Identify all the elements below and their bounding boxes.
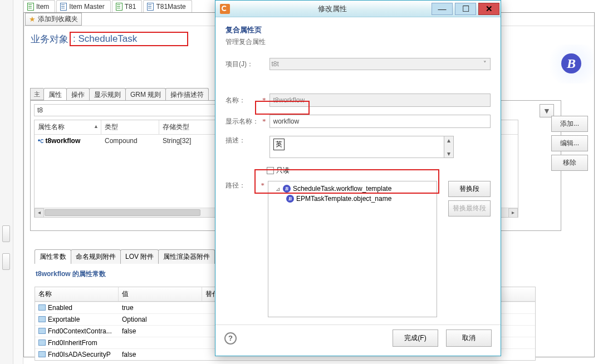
required-mark: * bbox=[262, 96, 266, 105]
fav-label: 添加到收藏夹 bbox=[38, 14, 78, 24]
path-tree[interactable]: ⊿ B ScheduleTask.workflow_template B EPM… bbox=[268, 181, 437, 317]
tab-item-master[interactable]: Item Master bbox=[56, 0, 110, 12]
col-name[interactable]: 名称 bbox=[35, 287, 119, 301]
name-row: 名称： * bbox=[226, 94, 491, 107]
display-name-label: 显示名称： bbox=[226, 117, 262, 126]
scroll-up-icon[interactable]: ▴ bbox=[447, 136, 450, 144]
tab-label: Item bbox=[36, 3, 49, 11]
minimize-button[interactable]: — bbox=[432, 3, 453, 15]
readonly-row: 只读 bbox=[267, 166, 491, 175]
scroll-down-icon[interactable]: ▾ bbox=[447, 150, 450, 158]
const-icon bbox=[38, 304, 46, 311]
main-tab-lead[interactable]: 主 bbox=[30, 88, 43, 100]
const-icon bbox=[38, 340, 46, 346]
cell-name: •c t8workflow bbox=[35, 135, 101, 147]
col-type[interactable]: 类型 bbox=[101, 120, 159, 134]
tab-t81[interactable]: T81 bbox=[112, 0, 143, 12]
left-gutter bbox=[0, 0, 13, 364]
vertical-tab-1[interactable] bbox=[2, 225, 10, 242]
display-name-row: 显示名称： * bbox=[226, 115, 491, 128]
replace-segment-button[interactable]: 替换段 bbox=[448, 181, 491, 197]
readonly-label: 只读 bbox=[276, 166, 290, 175]
scroll-left-icon[interactable]: ◂ bbox=[35, 208, 44, 218]
col-name[interactable]: 属性名称▲ bbox=[35, 120, 101, 134]
ime-indicator: 英 bbox=[273, 139, 285, 150]
scroll-right-icon[interactable]: ▸ bbox=[508, 208, 518, 218]
doc-icon bbox=[27, 3, 34, 11]
tab-label: T81 bbox=[125, 3, 136, 11]
star-icon: ★ bbox=[29, 15, 36, 23]
project-label: 项目(J)： bbox=[226, 60, 262, 69]
sort-asc-icon: ▲ bbox=[94, 124, 99, 129]
tree-toggle-icon[interactable]: ⊿ bbox=[275, 186, 281, 192]
left-gutter-2 bbox=[13, 0, 23, 364]
tab-renderer[interactable]: 属性渲染器附件 bbox=[158, 249, 215, 264]
help-icon[interactable]: ? bbox=[224, 332, 237, 345]
dialog-subheading: 管理复合属性 bbox=[226, 37, 491, 47]
tree-node[interactable]: ⊿ B ScheduleTask.workflow_template bbox=[271, 184, 434, 194]
readonly-checkbox[interactable] bbox=[267, 167, 274, 174]
name-input bbox=[269, 94, 491, 107]
dialog-heading: 复合属性页 bbox=[226, 25, 491, 35]
logo-b-icon: B bbox=[561, 53, 581, 73]
tab-grm-rules[interactable]: GRM 规则 bbox=[125, 88, 166, 100]
scroll-thumb[interactable] bbox=[45, 209, 200, 216]
description-row: 描述： * 英 ▴▾ bbox=[226, 136, 491, 158]
tab-properties[interactable]: 属性 bbox=[43, 88, 67, 100]
tab-lov[interactable]: LOV 附件 bbox=[120, 249, 159, 264]
doc-icon bbox=[147, 3, 154, 11]
editor-tabs: Item Item Master T81 T81Maste bbox=[23, 0, 192, 12]
tab-naming-rule[interactable]: 命名规则附件 bbox=[71, 249, 121, 264]
add-button[interactable]: 添加... bbox=[551, 116, 588, 132]
business-object-label: 业务对象 bbox=[31, 33, 68, 46]
vertical-tab-2[interactable] bbox=[2, 253, 10, 270]
tab-item[interactable]: Item bbox=[23, 0, 55, 12]
required-mark: * bbox=[261, 181, 264, 190]
project-select[interactable]: t8t bbox=[269, 58, 491, 70]
doc-icon bbox=[116, 3, 122, 11]
close-button[interactable]: ✕ bbox=[478, 3, 499, 15]
tab-label: Item Master bbox=[69, 3, 104, 11]
path-buttons: 替换段 替换最终段 bbox=[448, 181, 491, 217]
dialog-body: 复合属性页 管理复合属性 项目(J)： * t8t 名称： * 显示名称： * … bbox=[215, 17, 501, 351]
path-label: 路径： bbox=[226, 181, 261, 190]
display-name-input[interactable] bbox=[269, 115, 491, 128]
tab-operations[interactable]: 操作 bbox=[66, 88, 90, 100]
finish-button[interactable]: 完成(F) bbox=[393, 329, 438, 347]
tab-t81master[interactable]: T81Maste bbox=[143, 0, 192, 12]
path-row: 路径： * ⊿ B ScheduleTask.workflow_template… bbox=[226, 181, 491, 317]
const-icon bbox=[38, 351, 46, 357]
tab-prop-const[interactable]: 属性常数 bbox=[35, 249, 71, 264]
cancel-button[interactable]: 取消 bbox=[446, 329, 492, 347]
name-label: 名称： bbox=[226, 96, 262, 105]
business-object-value: : ScheduleTask bbox=[70, 32, 188, 46]
maximize-button[interactable]: ☐ bbox=[455, 3, 476, 15]
tab-op-descriptor[interactable]: 操作描述符 bbox=[165, 88, 209, 100]
modify-property-dialog: 修改属性 — ☐ ✕ 复合属性页 管理复合属性 项目(J)： * t8t 名称：… bbox=[215, 0, 501, 356]
tab-display-rules[interactable]: 显示规则 bbox=[89, 88, 126, 100]
replace-final-button: 替换最终段 bbox=[448, 200, 491, 217]
description-label: 描述： bbox=[226, 136, 262, 145]
project-row: 项目(J)： * t8t bbox=[226, 58, 491, 70]
textarea-scrollbar[interactable]: ▴▾ bbox=[444, 136, 454, 158]
cell-type: Compound bbox=[101, 135, 159, 147]
add-favorite-button[interactable]: ★添加到收藏夹 bbox=[25, 13, 82, 26]
dialog-footer: ? 完成(F) 取消 bbox=[215, 324, 501, 351]
dialog-title: 修改属性 bbox=[234, 4, 430, 14]
b-icon: B bbox=[286, 195, 294, 203]
cell-storage: String[32] bbox=[159, 135, 217, 147]
description-textarea[interactable]: 英 bbox=[269, 136, 444, 158]
required-mark: * bbox=[262, 117, 266, 126]
remove-button[interactable]: 移除 bbox=[551, 155, 588, 171]
edit-button[interactable]: 编辑... bbox=[551, 135, 588, 151]
col-storage[interactable]: 存储类型 bbox=[159, 120, 217, 134]
col-value[interactable]: 值 bbox=[119, 287, 202, 301]
tree-label: EPMTaskTemplate.object_name bbox=[296, 195, 391, 203]
b-icon: B bbox=[283, 185, 291, 193]
tree-label: ScheduleTask.workflow_template bbox=[293, 185, 391, 193]
const-icon bbox=[38, 328, 46, 334]
tree-node[interactable]: B EPMTaskTemplate.object_name bbox=[271, 194, 434, 204]
app-icon bbox=[220, 4, 230, 14]
const-icon bbox=[38, 316, 46, 322]
dialog-titlebar[interactable]: 修改属性 — ☐ ✕ bbox=[215, 1, 501, 17]
